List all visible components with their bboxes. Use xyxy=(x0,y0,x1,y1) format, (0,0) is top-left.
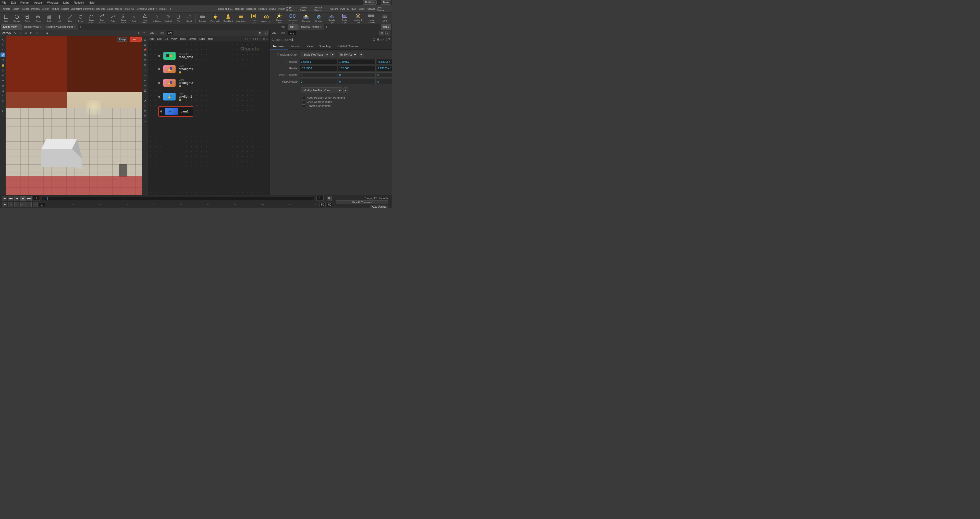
obj-icon-net[interactable]: ⊞ xyxy=(259,37,261,41)
toolbar-pyrofx[interactable]: Pyro FX xyxy=(340,6,349,12)
modify-pretransform-select[interactable]: Modify Pre-Transform xyxy=(301,87,342,93)
menu-item-labs[interactable]: Labs xyxy=(62,1,70,4)
props-icon-nav1[interactable]: ⊞ xyxy=(379,31,384,35)
tab-geometry-spreadsheet-close[interactable]: ✕ xyxy=(74,26,76,28)
toolbar-curve-bezier[interactable]: Curve Bezier xyxy=(86,13,97,24)
viewport-cam-label[interactable]: cam1 xyxy=(130,37,142,41)
tl-btn-play[interactable]: ▶ xyxy=(21,196,25,201)
main-label[interactable]: Main xyxy=(381,0,391,5)
toolbar-null[interactable]: Null xyxy=(54,13,65,24)
toolbar-hair-utils[interactable]: Hair Utils xyxy=(95,6,107,12)
toolbar-drive-simula[interactable]: Drive Simula... xyxy=(377,6,391,12)
toolbar-point-light[interactable]: Point Light xyxy=(209,13,221,24)
menu-item-windows[interactable]: Windows xyxy=(46,1,59,4)
right-tool-3[interactable]: ⊕ xyxy=(143,52,147,57)
view-select-tool[interactable]: ↖ xyxy=(13,31,18,35)
pivot-translate-z[interactable] xyxy=(376,72,392,78)
toolbar-portal-light[interactable]: Portal Light xyxy=(339,13,351,24)
obj-back-btn[interactable]: ◀ xyxy=(150,32,151,35)
obj-menu-labs[interactable]: Labs xyxy=(199,38,205,40)
toolbar-path[interactable]: Path xyxy=(108,13,118,24)
auto-update-btn[interactable]: Auto Update xyxy=(370,205,388,208)
tab-add-main[interactable]: + xyxy=(78,25,83,29)
toolbar-spot-light[interactable]: Spot Light xyxy=(222,13,234,24)
view-camera-tool[interactable]: ⬚ xyxy=(34,31,39,35)
tab-material-palette-close[interactable]: ✕ xyxy=(320,26,322,28)
toolbar-terrain-fx[interactable]: Terrain FX xyxy=(122,6,135,12)
tool-12[interactable]: ✧ xyxy=(0,93,5,98)
obj-icon-grid[interactable]: ⊞ xyxy=(249,37,251,41)
obj-nav-icon[interactable]: ⊞ xyxy=(258,31,262,35)
toolbar-cloudfx[interactable]: Cloud FX xyxy=(148,6,158,12)
toolbar-volume[interactable]: Volume xyxy=(158,6,167,12)
rotate-order-select[interactable]: Rx Ry Rz xyxy=(338,52,357,57)
toolbar-rigid-bodies[interactable]: Rigid Bodies xyxy=(286,6,299,12)
checkbox-child-compensation[interactable] xyxy=(302,100,305,103)
tl-icon-audio[interactable]: ♪ xyxy=(14,202,19,207)
toolbar-distant-light[interactable]: Distant Light xyxy=(273,13,285,24)
tab-scene-view-close[interactable]: ✕ xyxy=(18,26,20,28)
view-rotate-tool[interactable]: ↺ xyxy=(24,31,28,35)
right-tool-7[interactable]: ⊙ xyxy=(143,73,147,78)
toolbar-spray-paint[interactable]: Spray Paint xyxy=(118,13,128,24)
props-gear-icon[interactable]: ⚙ xyxy=(372,38,375,42)
tab-obj-close[interactable]: ✕ xyxy=(294,26,297,28)
tool-3[interactable]: ✦ xyxy=(0,48,5,52)
right-tool-13[interactable]: ⊞ xyxy=(143,109,147,113)
transform-order-select[interactable]: Scale Rot Trans xyxy=(301,52,329,57)
toolbar-vellum[interactable]: Vellum xyxy=(277,6,286,12)
toolbar-texture[interactable]: Texture xyxy=(50,6,60,12)
toolbar-polygon[interactable]: Polygon xyxy=(30,6,41,12)
rotate-z[interactable] xyxy=(376,66,392,71)
props-search-icon[interactable]: ⌕ xyxy=(380,38,382,42)
tool-15[interactable]: ≡ xyxy=(0,109,5,113)
tl-icon-settings[interactable]: ⋮⋮ xyxy=(27,202,32,207)
props-H-icon[interactable]: H xyxy=(377,38,379,42)
toolbar-guide-process[interactable]: Guide Process xyxy=(107,6,122,12)
tab-render-view[interactable]: Render View ✕ xyxy=(22,24,44,30)
tab-obj[interactable]: obj ✕ xyxy=(288,24,299,30)
tool-16[interactable]: ⋮ xyxy=(0,114,5,118)
toolbar-caustic-light[interactable]: Caustic Light xyxy=(325,13,338,24)
tl-btn-prev-key[interactable]: ◀◀ xyxy=(8,196,13,201)
right-tool-4[interactable]: ◎ xyxy=(143,58,147,62)
viewport-persp-label[interactable]: Persp xyxy=(117,37,127,41)
toolbar-camera-btn[interactable]: Camera xyxy=(197,13,209,24)
build-tri-label[interactable]: Build_tri xyxy=(363,0,377,5)
toolbar-platonic-solids[interactable]: Platonic Solids xyxy=(140,13,150,24)
toolbar-line[interactable]: Line xyxy=(65,13,75,24)
rotate-order-arrow[interactable]: ▼ xyxy=(359,52,363,57)
checkbox-enable-constraints[interactable] xyxy=(302,104,305,107)
pivot-rotate-y[interactable] xyxy=(338,79,375,84)
toolbar-vrc[interactable]: VRC xyxy=(379,13,391,24)
right-tool-pin[interactable]: 📌 xyxy=(143,48,147,52)
props-tab-transform[interactable]: Transform xyxy=(269,43,288,49)
toolbar-metaball[interactable]: Metaball xyxy=(162,13,173,24)
toolbar-gi-light[interactable]: GI GI Light xyxy=(313,13,325,24)
props-tab-render[interactable]: Render xyxy=(288,43,304,49)
obj-fwd-btn[interactable]: ▶ xyxy=(152,32,154,35)
node-envlight1[interactable]: Light envlight1 🔒 xyxy=(158,92,193,101)
toolbar-constraints[interactable]: Constraints xyxy=(83,6,95,12)
menu-item-help[interactable]: Help xyxy=(88,1,95,4)
toolbar-modify[interactable]: Modify xyxy=(11,6,21,12)
props-home-btn[interactable]: ⌂ xyxy=(277,32,279,35)
obj-menu-help[interactable]: Help xyxy=(208,38,213,40)
toolbar-crowds[interactable]: Crowds xyxy=(366,6,376,12)
obj-menu-add[interactable]: Add xyxy=(150,38,154,40)
toolbar-draw-curve[interactable]: Draw Curve xyxy=(97,13,107,24)
tl-speed2[interactable] xyxy=(327,202,333,207)
toolbar-font[interactable]: A Font xyxy=(129,13,139,24)
obj-icon-tree[interactable]: ≋ xyxy=(262,37,265,41)
toolbar-lsystem[interactable]: L-System xyxy=(152,13,162,24)
view-transform-tool[interactable]: ⇧ xyxy=(18,31,23,35)
tl-icon-prev-frame2[interactable]: ◁ xyxy=(33,202,38,207)
toolbar-grains[interactable]: Grains xyxy=(268,6,277,12)
tab-scene-view[interactable]: Scene View ✕ xyxy=(1,24,22,30)
tl-btn-jump-start[interactable]: ⏮ xyxy=(2,196,7,201)
right-tool-14[interactable]: ⊡ xyxy=(143,114,147,118)
toolbar-wires[interactable]: Wires xyxy=(357,6,366,12)
obj-menu-edit[interactable]: Edit xyxy=(157,38,162,40)
toolbar-sky-light[interactable]: Sky Light xyxy=(300,13,312,24)
toolbar-stereo-camera[interactable]: Stereo Camera xyxy=(365,13,378,24)
